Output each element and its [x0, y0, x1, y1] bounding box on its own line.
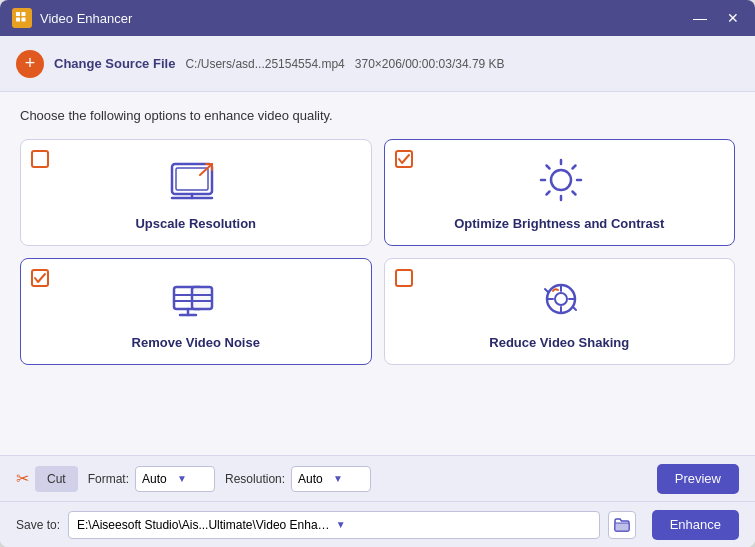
- main-content: Choose the following options to enhance …: [0, 92, 755, 455]
- options-grid: Upscale Resolution: [20, 139, 735, 365]
- svg-point-33: [555, 293, 567, 305]
- minimize-button[interactable]: —: [689, 9, 711, 27]
- checkbox-brightness[interactable]: [395, 150, 413, 168]
- checkbox-noise[interactable]: [31, 269, 49, 287]
- format-arrow-icon: ▼: [177, 473, 208, 484]
- svg-line-38: [545, 289, 548, 292]
- upscale-icon: [166, 158, 226, 206]
- svg-rect-40: [615, 523, 629, 531]
- folder-icon: [614, 518, 630, 532]
- folder-button[interactable]: [608, 511, 636, 539]
- app-window: Video Enhancer — ✕ + Change Source File …: [0, 0, 755, 547]
- app-title: Video Enhancer: [40, 11, 689, 26]
- enhance-button[interactable]: Enhance: [652, 510, 739, 540]
- svg-rect-26: [192, 287, 212, 309]
- svg-line-19: [573, 192, 576, 195]
- format-dropdown[interactable]: Auto ▼: [135, 466, 215, 492]
- save-bar: Save to: E:\Aiseesoft Studio\Ais...Ultim…: [0, 501, 755, 547]
- file-path: C:/Users/asd...25154554.mp4: [185, 57, 344, 71]
- checkbox-upscale[interactable]: [31, 150, 49, 168]
- upscale-label: Upscale Resolution: [135, 216, 256, 231]
- cut-section: ✂ Cut: [16, 466, 78, 492]
- preview-button[interactable]: Preview: [657, 464, 739, 494]
- format-value: Auto: [142, 472, 173, 486]
- svg-point-13: [551, 170, 571, 190]
- checkbox-shaking[interactable]: [395, 269, 413, 287]
- resolution-value: Auto: [298, 472, 329, 486]
- svg-rect-0: [16, 12, 20, 16]
- option-brightness[interactable]: Optimize Brightness and Contrast: [384, 139, 736, 246]
- svg-line-21: [547, 192, 550, 195]
- resolution-label: Resolution:: [225, 472, 285, 486]
- svg-rect-31: [396, 270, 412, 286]
- titlebar: Video Enhancer — ✕: [0, 0, 755, 36]
- format-label: Format:: [88, 472, 129, 486]
- change-source-label: Change Source File: [54, 56, 175, 71]
- add-source-button[interactable]: +: [16, 50, 44, 78]
- bottom-toolbar: ✂ Cut Format: Auto ▼ Resolution: Auto ▼ …: [0, 455, 755, 501]
- file-info: 370×206/00:00:03/34.79 KB: [355, 57, 505, 71]
- option-shaking[interactable]: Reduce Video Shaking: [384, 258, 736, 365]
- resolution-section: Resolution: Auto ▼: [225, 466, 371, 492]
- window-controls: — ✕: [689, 9, 743, 27]
- cut-button[interactable]: Cut: [35, 466, 78, 492]
- instructions-text: Choose the following options to enhance …: [20, 108, 735, 123]
- app-icon: [12, 8, 32, 28]
- source-bar: + Change Source File C:/Users/asd...2515…: [0, 36, 755, 92]
- scissors-icon: ✂: [16, 469, 29, 488]
- resolution-arrow-icon: ▼: [333, 473, 364, 484]
- svg-line-39: [573, 307, 576, 310]
- svg-rect-2: [16, 18, 20, 22]
- resolution-dropdown[interactable]: Auto ▼: [291, 466, 371, 492]
- svg-rect-3: [22, 18, 26, 22]
- svg-line-9: [200, 164, 212, 175]
- save-path-field[interactable]: E:\Aiseesoft Studio\Ais...Ultimate\Video…: [68, 511, 600, 539]
- shaking-icon: [529, 277, 589, 325]
- option-upscale[interactable]: Upscale Resolution: [20, 139, 372, 246]
- svg-line-20: [573, 166, 576, 169]
- option-noise[interactable]: Remove Video Noise: [20, 258, 372, 365]
- format-section: Format: Auto ▼: [88, 466, 215, 492]
- close-button[interactable]: ✕: [723, 9, 743, 27]
- noise-label: Remove Video Noise: [132, 335, 260, 350]
- brightness-label: Optimize Brightness and Contrast: [454, 216, 664, 231]
- save-to-label: Save to:: [16, 518, 60, 532]
- svg-rect-4: [32, 151, 48, 167]
- brightness-icon: [529, 158, 589, 206]
- plus-icon: +: [25, 54, 36, 72]
- shaking-label: Reduce Video Shaking: [489, 335, 629, 350]
- noise-icon: [166, 277, 226, 325]
- save-path-arrow-icon: ▼: [336, 519, 591, 530]
- svg-line-18: [547, 166, 550, 169]
- svg-rect-1: [22, 12, 26, 16]
- save-path-value: E:\Aiseesoft Studio\Ais...Ultimate\Video…: [77, 518, 332, 532]
